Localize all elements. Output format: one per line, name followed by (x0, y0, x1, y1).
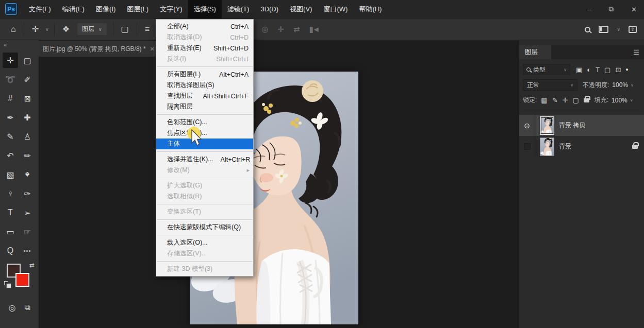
marquee-tool-icon[interactable]: ▢ (20, 53, 35, 68)
menubar-item-type[interactable]: 文字(Y) (154, 0, 188, 19)
frame-tool-icon[interactable]: ⊠ (20, 91, 35, 106)
select-menu-item[interactable]: 取消选择图层(S) (156, 80, 253, 91)
app-logo[interactable]: Ps (5, 3, 17, 15)
home-icon[interactable]: ⌂ (6, 25, 21, 34)
layer-thumbnail[interactable] (540, 137, 554, 156)
chevron-down-icon[interactable]: ∨ (617, 27, 620, 32)
select-menu-item[interactable]: 选择并遮住(K)...Alt+Ctrl+R (156, 154, 253, 165)
auto-select-target-dropdown[interactable]: 图层 ∨ (77, 23, 107, 35)
lock-transparent-icon[interactable]: ▦ (541, 96, 547, 104)
select-menu-item[interactable]: 在快速蒙版模式下编辑(Q) (156, 222, 253, 233)
close-tab-icon[interactable]: ✕ (150, 46, 155, 53)
auto-select-icon[interactable]: ❖ (58, 24, 74, 34)
menubar-item-layer[interactable]: 图层(L) (121, 0, 154, 19)
select-menu-item[interactable]: 选取相似(R) (156, 191, 253, 202)
collapse-panel-icon[interactable]: « (4, 42, 7, 48)
menubar-item-help[interactable]: 帮助(H) (353, 0, 387, 19)
search-icon[interactable] (585, 27, 590, 32)
background-color-swatch[interactable] (15, 273, 29, 287)
lock-artboard-icon[interactable]: ▢ (572, 96, 579, 104)
workspace-icon[interactable] (599, 26, 608, 33)
default-colors-icon[interactable] (4, 281, 8, 285)
align-icon[interactable]: ≡ (140, 25, 154, 34)
3d-roll-icon[interactable]: ◎ (256, 25, 272, 34)
edit-toolbar-icon[interactable]: ••• (20, 243, 35, 258)
select-menu-item[interactable]: 新建 3D 模型(3) (156, 264, 253, 274)
3d-camera-icon[interactable]: ▮◄ (304, 25, 324, 34)
filter-type-icon[interactable]: T (596, 66, 600, 74)
layer-row[interactable]: ⊙背景 拷贝 (519, 115, 644, 136)
canvas-area[interactable]: 图片.jpg @ 50% (背景 拷贝, RGB/8) * ✕ (39, 40, 517, 328)
select-menu-item[interactable]: 焦点区域(U)... (156, 128, 253, 139)
lock-move-icon[interactable]: ✛ (563, 96, 568, 104)
select-menu-item[interactable]: 扩大选取(G) (156, 180, 253, 191)
select-menu-item[interactable]: 隔离图层 (156, 101, 253, 112)
crop-tool-icon[interactable]: # (3, 91, 18, 106)
shape-tool-icon[interactable]: ▭ (3, 224, 18, 239)
move-tool-option-icon[interactable]: ✛ (27, 24, 43, 34)
menubar-item-file[interactable]: 文件(F) (23, 0, 57, 19)
3d-slide-icon[interactable]: ⇄ (288, 25, 304, 34)
eyedropper-tool-icon[interactable]: ✒ (3, 110, 18, 125)
select-menu-item[interactable]: 存储选区(V)... (156, 248, 253, 259)
healing-tool-icon[interactable]: ✚ (20, 110, 35, 125)
blur-tool-icon[interactable]: ♠ (20, 167, 35, 182)
visibility-toggle[interactable] (519, 136, 535, 157)
path-select-tool-icon[interactable]: ➢ (20, 205, 35, 220)
share-icon[interactable]: ⇧ (629, 26, 637, 33)
panel-menu-icon[interactable]: ☰ (633, 48, 639, 56)
filter-shape-icon[interactable]: ▢ (604, 66, 610, 74)
quick-mask-button[interactable]: ◎ (8, 303, 15, 313)
select-menu-item[interactable]: 修改(M)▸ (156, 165, 253, 176)
menubar-item-filter[interactable]: 滤镜(T) (222, 0, 255, 19)
blend-mode-dropdown[interactable]: 正常 ∨ (523, 79, 577, 91)
select-menu-item[interactable]: 所有图层(L)Alt+Ctrl+A (156, 69, 253, 80)
gradient-tool-icon[interactable]: ▧ (3, 167, 18, 182)
pen-tool-icon[interactable]: ✑ (20, 186, 35, 201)
swap-colors-icon[interactable]: ⇄ (29, 262, 35, 269)
brush-tool-icon[interactable]: ✎ (3, 129, 18, 144)
art-history-brush-tool-icon[interactable]: ✏ (20, 148, 35, 163)
menubar-item-window[interactable]: 窗口(W) (318, 0, 353, 19)
select-menu-item[interactable]: 主体 (156, 139, 253, 149)
visibility-toggle[interactable]: ⊙ (519, 115, 535, 136)
select-menu-item[interactable]: 重新选择(E)Shift+Ctrl+D (156, 43, 253, 54)
3d-pan-icon[interactable]: ✛ (272, 25, 288, 34)
minimize-icon[interactable]: – (588, 6, 591, 13)
hand-tool-icon[interactable]: ☞ (20, 224, 35, 239)
select-menu-item[interactable]: 变换选区(T) (156, 206, 253, 217)
lock-all-icon[interactable] (584, 98, 589, 102)
select-menu-item[interactable]: 载入选区(O)... (156, 237, 253, 248)
select-menu-item[interactable]: 查找图层Alt+Shift+Ctrl+F (156, 91, 253, 101)
layer-thumbnail[interactable] (540, 116, 554, 135)
history-brush-tool-icon[interactable]: ↶ (3, 148, 18, 163)
menubar-item-3d[interactable]: 3D(D) (255, 0, 284, 19)
quick-select-tool-icon[interactable]: ✐ (20, 72, 35, 87)
clone-stamp-tool-icon[interactable]: ♙ (20, 129, 35, 144)
menubar-item-image[interactable]: 图像(I) (90, 0, 121, 19)
move-tool-icon[interactable]: ✛ (3, 53, 18, 68)
select-menu-item[interactable]: 全部(A)Ctrl+A (156, 21, 253, 32)
filter-adjustment-icon[interactable]: ◐ (587, 66, 591, 74)
close-icon[interactable]: ✕ (631, 6, 637, 13)
type-tool-icon[interactable]: T (3, 205, 18, 220)
chevron-down-icon[interactable]: ∨ (43, 27, 51, 32)
filter-smart-object-icon[interactable]: ⊡ (615, 66, 621, 74)
layer-row[interactable]: 背景 (519, 136, 644, 157)
transform-controls-icon[interactable]: ▢ (117, 24, 134, 34)
filter-pin-icon[interactable]: ● (625, 67, 628, 72)
restore-icon[interactable]: ⧉ (609, 5, 614, 13)
select-menu-item[interactable]: 取消选择(D)Ctrl+D (156, 32, 253, 43)
filter-type-dropdown[interactable]: 类型 ∨ (523, 64, 570, 75)
select-menu-item[interactable]: 反选(I)Shift+Ctrl+I (156, 54, 253, 64)
filter-image-icon[interactable]: ▣ (576, 66, 582, 74)
menubar-item-edit[interactable]: 编辑(E) (57, 0, 90, 19)
dodge-tool-icon[interactable]: ♀ (3, 186, 18, 201)
opacity-field[interactable]: 100% ∨ (612, 81, 634, 89)
lasso-tool-icon[interactable]: ➰ (3, 72, 18, 87)
tab-layers[interactable]: 图层 (519, 45, 551, 59)
lock-brush-icon[interactable]: ✎ (552, 96, 558, 104)
menubar-item-view[interactable]: 视图(V) (284, 0, 318, 19)
select-menu-item[interactable]: 色彩范围(C)... (156, 117, 253, 128)
zoom-tool-icon[interactable]: Q (3, 243, 18, 258)
